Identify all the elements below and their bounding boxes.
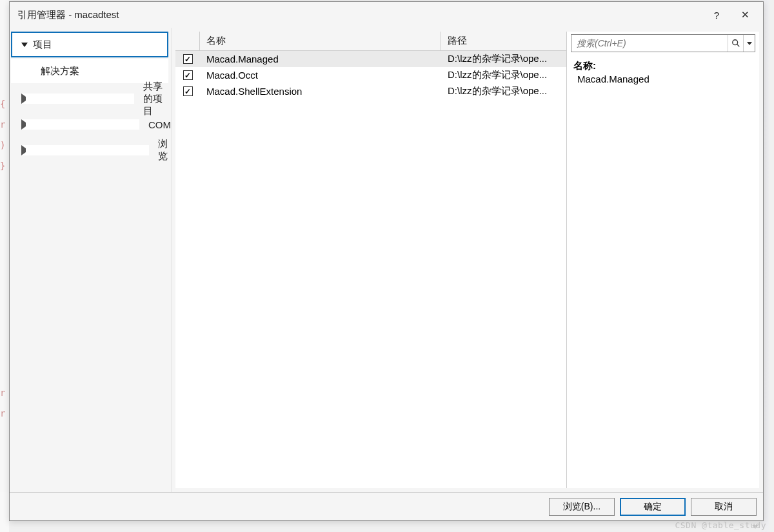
sidebar-subitem-solution[interactable]: 解决方案 <box>11 59 168 83</box>
sidebar-item-label: 共享的项目 <box>143 81 171 117</box>
column-header-path[interactable]: 路径 <box>441 32 566 50</box>
search-box <box>571 34 755 52</box>
cell-path: D:\lzz的杂学记录\ope... <box>441 85 566 97</box>
chevron-right-icon <box>21 119 139 130</box>
svg-line-1 <box>737 44 739 47</box>
sidebar-item-label: 浏览 <box>158 138 171 163</box>
column-header-name[interactable]: 名称 <box>200 32 441 50</box>
sidebar-item-label: COM <box>148 119 171 130</box>
table-row[interactable]: Macad.Occt D:\lzz的杂学记录\ope... <box>175 67 566 83</box>
dialog-footer: 浏览(B)... 确定 取消 <box>10 492 763 520</box>
reference-manager-dialog: 引用管理器 - macadtest ? ✕ 项目 解决方案 共享的项目 COM … <box>9 1 764 521</box>
search-icon[interactable] <box>728 35 743 52</box>
watermark: CSDN @table_study <box>675 520 766 530</box>
help-button[interactable]: ? <box>702 5 731 25</box>
details-name-value: Macad.Managed <box>573 74 753 84</box>
column-header-checkbox[interactable] <box>175 32 200 50</box>
sidebar-item-label: 项目 <box>33 39 52 51</box>
cell-path: D:\lzz的杂学记录\ope... <box>441 53 566 65</box>
cancel-button[interactable]: 取消 <box>691 498 757 516</box>
chevron-right-icon <box>21 94 134 104</box>
ok-button[interactable]: 确定 <box>620 498 686 516</box>
svg-point-0 <box>732 40 737 45</box>
row-checkbox[interactable] <box>183 70 193 80</box>
sidebar-item-shared-projects[interactable]: 共享的项目 <box>10 86 171 112</box>
cell-path: D:\lzz的杂学记录\ope... <box>441 69 566 81</box>
sidebar-item-browse[interactable]: 浏览 <box>10 137 171 163</box>
search-input[interactable] <box>571 35 728 52</box>
details-panel: 名称: Macad.Managed <box>567 32 759 488</box>
background-code-strip: {r)} rr <box>0 0 9 532</box>
browse-button[interactable]: 浏览(B)... <box>549 498 615 516</box>
chevron-right-icon <box>21 145 149 155</box>
row-checkbox[interactable] <box>183 86 193 96</box>
sidebar: 项目 解决方案 共享的项目 COM 浏览 <box>10 28 172 492</box>
table-header: 名称 路径 <box>175 32 566 51</box>
table-row[interactable]: Macad.Managed D:\lzz的杂学记录\ope... <box>175 51 566 67</box>
sidebar-subitem-label: 解决方案 <box>41 65 79 77</box>
details-name-label: 名称: <box>573 60 753 72</box>
table-row[interactable]: Macad.ShellExtension D:\lzz的杂学记录\ope... <box>175 83 566 99</box>
search-dropdown-icon[interactable] <box>743 35 755 52</box>
sidebar-item-projects[interactable]: 项目 <box>11 32 168 57</box>
cell-name: Macad.Managed <box>200 54 441 64</box>
chevron-down-icon <box>21 43 28 47</box>
table-body: Macad.Managed D:\lzz的杂学记录\ope... Macad.O… <box>175 51 566 488</box>
cell-name: Macad.Occt <box>200 70 441 81</box>
bottom-artifact <box>9 522 764 532</box>
close-button[interactable]: ✕ <box>731 5 759 25</box>
cell-name: Macad.ShellExtension <box>200 86 441 97</box>
details-content: 名称: Macad.Managed <box>567 56 759 88</box>
reference-table: 名称 路径 Macad.Managed D:\lzz的杂学记录\ope... M… <box>175 32 567 488</box>
window-title: 引用管理器 - macadtest <box>17 9 702 21</box>
titlebar: 引用管理器 - macadtest ? ✕ <box>10 2 763 28</box>
row-checkbox[interactable] <box>183 54 193 64</box>
